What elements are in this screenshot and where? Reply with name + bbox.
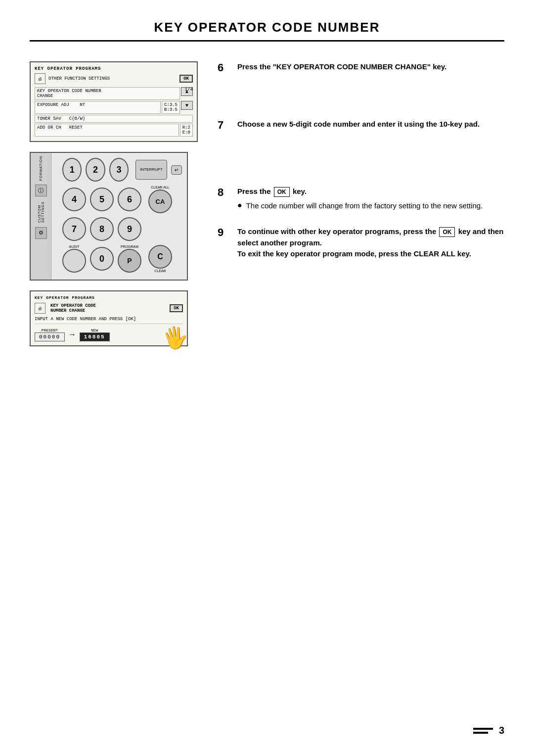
keypad-keys: 1 2 3 INTERRUPT ↵ 4 5 6 CLEA <box>57 158 182 273</box>
lcd-input-icon: 🖨 <box>35 303 45 314</box>
arrow-symbol: → <box>70 331 75 339</box>
audit-label: AUDIT <box>69 245 80 248</box>
lcd-input-subheader: 🖨 KEY OPERATOR CODE NUMBER CHANGE OK <box>35 303 183 314</box>
present-value: 00000 <box>35 332 65 341</box>
page-indicator: 1/4 <box>185 87 193 92</box>
lcd-ok-button[interactable]: OK <box>179 75 193 83</box>
keypad-sidebar: FORMATION ⓘ CUSTOMSETTINGS ⚙ <box>31 153 51 280</box>
key-2[interactable]: 2 <box>86 158 105 182</box>
lcd-cell-4-val: R:2E:0 <box>180 124 193 137</box>
step-8: 8 Press the OK key. ● The code number wi… <box>218 186 504 211</box>
lcd-cell-2: EXPOSURE ADJ NT <box>35 101 161 114</box>
key-8[interactable]: 8 <box>90 217 114 241</box>
lcd-prompt: INPUT A NEW CODE NUMBER AND PRESS [OK] <box>35 317 183 324</box>
step-8-text: Press the OK key. ● The code number will… <box>237 186 483 211</box>
step-6-number: 6 <box>218 61 231 74</box>
step-6-text: Press the "KEY OPERATOR CODE NUMBER CHAN… <box>237 61 446 73</box>
page-number: 3 <box>499 725 504 736</box>
step-7-text: Choose a new 5-digit code number and ent… <box>237 119 480 130</box>
present-label: PRESENT <box>35 328 65 332</box>
step-6: 6 Press the "KEY OPERATOR CODE NUMBER CH… <box>218 61 504 74</box>
lcd-input-subtitle1: KEY OPERATOR CODE <box>50 303 96 308</box>
new-value: 16805 <box>80 332 110 341</box>
ca-button[interactable]: CA <box>148 189 172 213</box>
lcd-values-row: PRESENT 00000 → NEW 16805 🖐 <box>35 328 183 341</box>
c-button[interactable]: C <box>148 245 172 269</box>
lcd-arrow-down[interactable]: ▼ <box>181 101 193 110</box>
ok-inline-9: OK <box>439 227 455 237</box>
key-5[interactable]: 5 <box>90 188 114 211</box>
new-label: NEW <box>80 328 110 332</box>
program-button[interactable]: P <box>118 249 141 273</box>
step-9-number: 9 <box>218 226 231 239</box>
lcd-input-ok[interactable]: OK <box>170 304 183 312</box>
lcd-title: KEY OPERATOR PROGRAMS <box>35 66 193 71</box>
hand-pointer-icon: 🖐 <box>160 324 190 353</box>
c-label: C <box>157 252 163 261</box>
lcd-cell-4: ADD OR CH RESET <box>35 124 179 137</box>
bullet-dot-8: ● <box>237 200 242 211</box>
step-8-bullet-text: The code number will change from the fac… <box>246 200 483 212</box>
audit-button[interactable] <box>62 249 86 273</box>
step-8-bullet: ● The code number will change from the f… <box>237 200 483 212</box>
interrupt-label: INTERRUPT <box>140 167 163 172</box>
settings-icon[interactable]: ⚙ <box>35 227 47 239</box>
key-7[interactable]: 7 <box>62 217 86 241</box>
key-0[interactable]: 0 <box>90 247 114 271</box>
page-container: KEY OPERATOR CODE NUMBER KEY OPERATOR PR… <box>0 0 534 756</box>
program-label: PROGRAM <box>121 245 138 248</box>
page-title: KEY OPERATOR CODE NUMBER <box>30 20 504 42</box>
formation-label: FORMATION <box>39 156 43 181</box>
key-1[interactable]: 1 <box>62 158 82 182</box>
ca-label: CA <box>156 198 165 205</box>
lcd-row-4: ADD OR CH RESET R:2E:0 <box>35 124 193 137</box>
diagrams-column: KEY OPERATOR PROGRAMS 🖨 OTHER FUNCTION S… <box>30 61 198 346</box>
content-area: KEY OPERATOR PROGRAMS 🖨 OTHER FUNCTION S… <box>30 61 504 346</box>
lcd-cell-2-val: C:3.5B:3.5 <box>162 101 180 114</box>
clear-label: CLEAR <box>154 269 166 273</box>
lcd-row-2: EXPOSURE ADJ NT C:3.5B:3.5 ▼ <box>35 101 193 114</box>
interrupt-button[interactable]: INTERRUPT <box>135 160 167 180</box>
key-4[interactable]: 4 <box>62 188 86 211</box>
lcd-row-1: KEY OPERATOR CODE NUMBERCHANGE ▲ <box>35 87 193 100</box>
lcd-cell-3: TONER SAV C(B/W) <box>35 115 193 123</box>
keypad-diagram: FORMATION ⓘ CUSTOMSETTINGS ⚙ 1 2 3 INTER… <box>30 152 188 281</box>
key-9[interactable]: 9 <box>118 217 141 241</box>
key-6[interactable]: 6 <box>118 188 141 211</box>
lcd-row-3: TONER SAV C(B/W) <box>35 115 193 123</box>
lcd-input-title: KEY OPERATOR PROGRAMS <box>35 295 95 300</box>
footer-line-2 <box>473 732 488 734</box>
lcd-input-diagram: KEY OPERATOR PROGRAMS 🖨 KEY OPERATOR COD… <box>30 290 188 346</box>
step-9-text: To continue with other key operator prog… <box>237 226 504 260</box>
lcd-cell-1: KEY OPERATOR CODE NUMBERCHANGE <box>35 87 180 100</box>
lcd-subtitle: OTHER FUNCTION SETTINGS <box>48 76 177 81</box>
ok-inline-8: OK <box>274 187 290 197</box>
step-7: 7 Choose a new 5-digit code number and e… <box>218 119 504 132</box>
step-8-number: 8 <box>218 186 231 199</box>
clear-all-label: CLEAR ALL <box>151 186 169 189</box>
lcd-header-row: 🖨 OTHER FUNCTION SETTINGS OK <box>35 73 193 84</box>
lcd-input-subtitle2: NUMBER CHANGE <box>50 308 96 313</box>
lcd-screen-diagram: KEY OPERATOR PROGRAMS 🖨 OTHER FUNCTION S… <box>30 61 198 142</box>
key-3[interactable]: 3 <box>109 158 129 182</box>
page-footer: 3 <box>473 725 504 736</box>
lcd-icon: 🖨 <box>35 73 45 84</box>
step-9: 9 To continue with other key operator pr… <box>218 226 504 260</box>
step-7-number: 7 <box>218 119 231 132</box>
footer-decoration <box>473 728 493 734</box>
p-label: P <box>127 257 132 265</box>
info-icon[interactable]: ⓘ <box>35 185 47 196</box>
instructions-column: 6 Press the "KEY OPERATOR CODE NUMBER CH… <box>218 61 504 275</box>
footer-line-1 <box>473 728 493 730</box>
custom-settings-label: CUSTOMSETTINGS <box>38 201 44 223</box>
lcd-input-header: KEY OPERATOR PROGRAMS <box>35 295 183 300</box>
enter-key[interactable]: ↵ <box>171 165 182 175</box>
